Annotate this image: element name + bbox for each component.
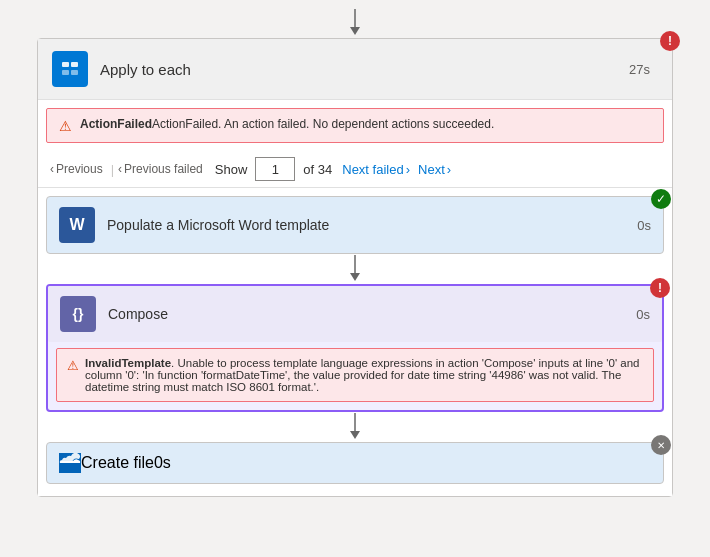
apply-title: Apply to each xyxy=(100,61,629,78)
connector-arrow-top xyxy=(348,9,362,37)
compose-error-title: InvalidTemplate xyxy=(85,357,171,369)
compose-error-message: ⚠ InvalidTemplate. Unable to process tem… xyxy=(56,348,654,402)
svg-rect-3 xyxy=(71,62,78,67)
word-success-badge: ✓ xyxy=(651,189,671,209)
apply-error-badge: ! xyxy=(660,31,680,51)
connector-arrow-1 xyxy=(46,254,664,284)
page-input[interactable] xyxy=(255,157,295,181)
action-failed-text: ActionFailedActionFailed. An action fail… xyxy=(80,117,494,131)
apply-to-each-block: Apply to each 27s ! ⚠ ActionFailedAction… xyxy=(37,38,673,497)
compose-wrapper: {} Compose 0s ! ⚠ InvalidTemplate. Unabl… xyxy=(46,284,664,412)
create-file-cancel-badge: ✕ xyxy=(651,435,671,455)
next-button[interactable]: Next › xyxy=(418,162,451,177)
word-icon: W xyxy=(59,207,95,243)
onedrive-icon xyxy=(59,453,81,473)
chevron-right-failed-icon: › xyxy=(406,162,410,177)
chevron-left-icon: ‹ xyxy=(50,162,54,176)
compose-action-card[interactable]: {} Compose 0s ! xyxy=(48,286,662,342)
compose-action-title: Compose xyxy=(108,306,636,322)
pagination-row: ‹ Previous | ‹ Previous failed Show of 3… xyxy=(38,151,672,188)
word-action-duration: 0s xyxy=(637,218,651,233)
svg-rect-2 xyxy=(62,62,69,67)
word-action-card[interactable]: W Populate a Microsoft Word template 0s … xyxy=(46,196,664,254)
previous-button[interactable]: ‹ Previous xyxy=(50,162,103,176)
create-file-duration: 0s xyxy=(154,454,171,472)
next-label: Next xyxy=(418,162,445,177)
svg-rect-4 xyxy=(62,70,69,75)
next-failed-label: Next failed xyxy=(342,162,403,177)
apply-icon xyxy=(52,51,88,87)
compose-error-text: InvalidTemplate. Unable to process templ… xyxy=(85,357,643,393)
compose-warn-icon: ⚠ xyxy=(67,358,79,373)
next-failed-button[interactable]: Next failed › xyxy=(342,162,410,177)
of-text: of 34 xyxy=(303,162,332,177)
svg-rect-5 xyxy=(71,70,78,75)
previous-failed-label: Previous failed xyxy=(124,162,203,176)
apply-inner: W Populate a Microsoft Word template 0s … xyxy=(38,188,672,496)
action-failed-banner: ⚠ ActionFailedActionFailed. An action fa… xyxy=(46,108,664,143)
chevron-left-failed-icon: ‹ xyxy=(118,162,122,176)
apply-duration: 27s xyxy=(629,62,650,77)
divider-1: | xyxy=(111,162,114,177)
create-file-card[interactable]: Create file 0s ✕ xyxy=(46,442,664,484)
compose-action-duration: 0s xyxy=(636,307,650,322)
previous-label: Previous xyxy=(56,162,103,176)
chevron-right-icon: › xyxy=(447,162,451,177)
compose-icon: {} xyxy=(60,296,96,332)
action-failed-detail: ActionFailed. An action failed. No depen… xyxy=(152,117,494,131)
svg-marker-1 xyxy=(350,27,360,35)
compose-error-badge: ! xyxy=(650,278,670,298)
svg-marker-7 xyxy=(350,273,360,281)
warning-icon: ⚠ xyxy=(59,118,72,134)
apply-header[interactable]: Apply to each 27s ! xyxy=(38,39,672,100)
previous-failed-button[interactable]: ‹ Previous failed xyxy=(118,162,203,176)
svg-marker-9 xyxy=(350,431,360,439)
create-file-title: Create file xyxy=(81,454,154,472)
show-label: Show xyxy=(215,162,248,177)
word-action-title: Populate a Microsoft Word template xyxy=(107,217,637,233)
connector-arrow-2 xyxy=(46,412,664,442)
